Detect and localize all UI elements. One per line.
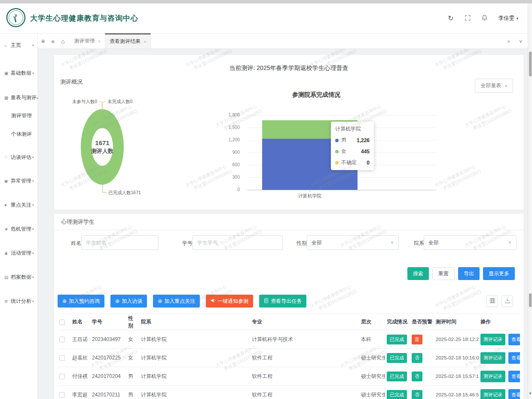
tab-assessment-management[interactable]: 测评管理 × — [70, 34, 104, 49]
sidebar-item-basic-data[interactable]: ▣基础数据▾ — [0, 69, 37, 77]
sidebar-item-statistics-analysis[interactable]: ≣统计分析▾ — [0, 297, 37, 305]
star-icon: ★ — [4, 227, 11, 231]
row-checkbox[interactable] — [59, 374, 65, 379]
column-header: 院系 — [139, 314, 250, 330]
scale-filter-dropdown[interactable]: 全部量表 ∨ — [475, 79, 513, 93]
add-key-focus-button[interactable]: ⊕ 加入重点关注 — [153, 295, 200, 308]
department-select[interactable]: 全部 ▼ — [424, 235, 517, 250]
database-icon: ▣ — [4, 71, 11, 76]
warning-badge: 是 — [412, 335, 422, 344]
bell-icon[interactable] — [482, 15, 487, 22]
cell-student-id: 2420170225 — [90, 349, 126, 367]
department-select-value: 全部 — [428, 239, 439, 247]
sidebar-item-assessment-management[interactable]: 测评管理 — [11, 112, 32, 120]
chevron-down-icon[interactable]: ∨ — [519, 38, 523, 44]
notify-participants-button[interactable]: 一键通知参测 — [206, 295, 253, 308]
row-checkbox[interactable] — [59, 337, 65, 342]
scrollbar[interactable]: ▼ — [528, 3, 532, 399]
view-report-button[interactable]: 查看报告 — [508, 371, 520, 382]
view-report-button[interactable]: 查看报告 — [508, 389, 520, 399]
cell-major: 软件工程 — [250, 386, 359, 399]
chevron-down-icon: ▾ — [32, 155, 34, 159]
sidebar-nav: ⌂主页▾▣基础数据▾▦量表与测评▴测评管理个体测评♡访谈评估▾◉异常管理▾♥重点… — [0, 34, 38, 399]
menu-icon[interactable]: ≡ — [41, 38, 45, 44]
cell-name: 付佳祺 — [70, 367, 90, 386]
sid-filter-input[interactable] — [193, 235, 283, 250]
fullscreen-icon[interactable] — [465, 15, 471, 22]
tab-view-assessment-results[interactable]: 查看测评结果 × — [105, 34, 151, 49]
tab-label: 查看测评结果 — [110, 38, 141, 45]
cell-major: 软件工程 — [250, 367, 359, 386]
chevron-down-icon: ▾ — [32, 227, 34, 231]
column-header: 层次 — [359, 314, 385, 330]
chevron-down-icon: ▼ — [508, 241, 512, 245]
view-report-button[interactable]: 查看报告 — [508, 334, 520, 345]
user-menu[interactable]: 李佳雯▼ — [498, 15, 519, 22]
plus-circle-icon: ⊕ — [115, 298, 119, 304]
cell-student-id: 2023403497 — [90, 330, 126, 349]
series-dot-icon — [335, 150, 339, 153]
view-export-tasks-button[interactable]: 查看导出任务 — [259, 295, 306, 308]
assessment-record-button[interactable]: 测评记录 — [480, 389, 505, 399]
y-axis-tick-label: 0 — [200, 187, 240, 192]
chevron-down-icon: ▾ — [32, 203, 34, 207]
megaphone-icon — [211, 298, 215, 304]
scroll-down-icon[interactable]: ▼ — [528, 391, 532, 396]
collapse-left-icon[interactable]: « — [51, 38, 55, 44]
export-button[interactable]: 导出 — [458, 267, 480, 280]
warning-badge: 否 — [412, 390, 422, 399]
chevron-double-right-icon[interactable]: » — [508, 38, 511, 44]
sidebar-item-anomaly-management[interactable]: ◉异常管理▾ — [0, 177, 37, 185]
cell-student-id: 2420170211 — [90, 386, 126, 399]
sidebar-item-interview-evaluation[interactable]: ♡访谈评估▾ — [0, 153, 37, 161]
completion-badge: 已完成 — [387, 372, 407, 381]
sidebar-item-archive-data[interactable]: ▤档案数据▾ — [0, 273, 37, 281]
sidebar-item-activity-management[interactable]: ♟活动管理▾ — [0, 249, 37, 257]
x-axis-line — [247, 190, 436, 190]
cell-department: 计算机学院 — [139, 367, 250, 386]
assessment-record-button[interactable]: 测评记录 — [480, 352, 505, 364]
completion-badge: 已完成 — [387, 390, 407, 399]
grid-icon: ▦ — [4, 95, 11, 100]
sidebar-item-crisis-management[interactable]: ★危机管理▾ — [0, 225, 37, 233]
gender-select[interactable]: 全部 ▼ — [307, 235, 399, 250]
select-all-checkbox[interactable] — [59, 320, 65, 325]
plus-circle-icon: ⊕ — [158, 298, 162, 304]
column-settings-button[interactable] — [486, 295, 498, 307]
scrollbar-thumb[interactable] — [529, 293, 532, 307]
assessment-record-button[interactable]: 测评记录 — [480, 334, 505, 345]
add-counseling-button[interactable]: ⊕ 加入预约咨询 — [58, 295, 104, 308]
shield-icon: ♡ — [4, 155, 11, 160]
search-button[interactable]: 搜索 — [407, 267, 429, 280]
cell-level: 硕士研究生 — [359, 386, 385, 399]
cell-level: 硕士研究生 — [359, 367, 385, 386]
assessment-record-button[interactable]: 测评记录 — [480, 371, 505, 382]
chevron-down-icon: ▾ — [32, 179, 34, 183]
reset-button[interactable]: 重置 — [432, 267, 455, 280]
download-icon — [504, 298, 511, 305]
sidebar-item-scales-assessment[interactable]: ▦量表与测评▴ — [0, 93, 37, 102]
home-icon[interactable]: ⌂ — [61, 38, 64, 44]
table-row: 付佳祺 2420170204 男 计算机学院 软件工程 硕士研究生 已完成 否 … — [58, 367, 520, 386]
add-interview-button[interactable]: ⊕ 加入访谈 — [110, 295, 147, 308]
table-row: 王昌诺 2023403497 女 计算机学院 计算机科学与技术 本科 已完成 是… — [58, 330, 520, 349]
export-table-button[interactable] — [501, 295, 513, 307]
refresh-icon[interactable]: ↻ — [448, 15, 453, 22]
scrollbar-thumb[interactable] — [529, 52, 532, 76]
gender-select-value: 全部 — [312, 239, 322, 247]
view-report-button[interactable]: 查看报告 — [508, 352, 520, 364]
sidebar-item-key-focus[interactable]: ♥重点关注▾ — [0, 201, 37, 209]
row-checkbox[interactable] — [59, 355, 65, 361]
current-assessment-title: 当前测评: 2025年春季学期返校学生心理普查 — [54, 64, 523, 72]
sidebar-item-individual-assessment[interactable]: 个体测评 — [11, 131, 32, 138]
cell-time: 2025-02-18 15:57:11 — [434, 367, 479, 386]
close-icon[interactable]: × — [144, 39, 146, 44]
name-filter-input[interactable] — [81, 235, 159, 250]
row-checkbox[interactable] — [59, 392, 65, 398]
chevron-down-icon: ▾ — [32, 251, 34, 255]
alert-icon: ◉ — [4, 179, 11, 183]
show-more-button[interactable]: 显示更多 — [483, 267, 515, 280]
sidebar-item-home[interactable]: ⌂主页▾ — [0, 41, 37, 49]
action-label: 加入预约咨询 — [69, 298, 100, 305]
close-icon[interactable]: × — [98, 39, 100, 44]
